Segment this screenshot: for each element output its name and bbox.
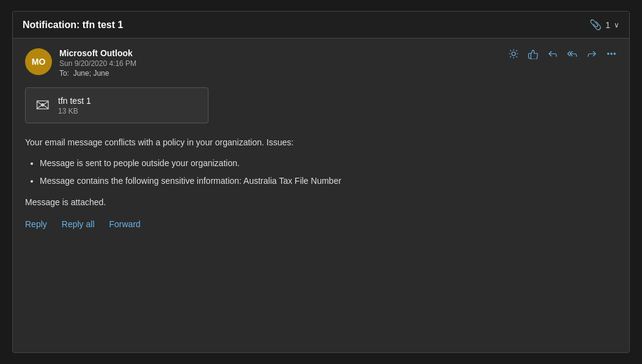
svg-point-9 — [608, 53, 609, 54]
svg-point-10 — [611, 53, 612, 54]
sender-left: MO Microsoft Outlook Sun 9/20/2020 4:16 … — [25, 48, 136, 78]
sender-info: Microsoft Outlook Sun 9/20/2020 4:16 PM … — [59, 48, 136, 78]
panel-header-right: 📎 1 ∨ — [589, 19, 619, 31]
message-body: Your email message conflicts with a poli… — [25, 136, 617, 187]
attachment-icon: 📎 — [589, 19, 602, 31]
like-icon[interactable] — [528, 48, 539, 59]
forward-icon[interactable] — [586, 48, 597, 59]
more-options-icon[interactable] — [606, 48, 617, 59]
panel-header: Notification: tfn test 1 📎 1 ∨ — [13, 12, 629, 38]
brightness-icon[interactable] — [508, 48, 519, 59]
panel-title: Notification: tfn test 1 — [23, 20, 123, 31]
attachment-count: 1 — [605, 20, 610, 30]
reply-icon[interactable] — [547, 48, 558, 59]
email-panel: Notification: tfn test 1 📎 1 ∨ MO Micros… — [12, 11, 630, 353]
sender-row: MO Microsoft Outlook Sun 9/20/2020 4:16 … — [25, 48, 617, 78]
attachment-name: tfn test 1 — [58, 96, 91, 106]
svg-line-6 — [516, 56, 517, 57]
email-body: MO Microsoft Outlook Sun 9/20/2020 4:16 … — [13, 38, 629, 352]
svg-line-8 — [510, 56, 511, 57]
sender-date: Sun 9/20/2020 4:16 PM — [59, 59, 136, 68]
forward-button[interactable]: Forward — [109, 219, 141, 229]
svg-line-5 — [510, 50, 511, 51]
chevron-down-icon[interactable]: ∨ — [614, 21, 619, 29]
body-intro: Your email message conflicts with a poli… — [25, 136, 617, 149]
to-label: To: — [59, 69, 69, 78]
action-links: Reply Reply all Forward — [25, 219, 617, 229]
email-toolbar — [508, 48, 617, 59]
to-recipients: June; June — [73, 69, 109, 78]
avatar: MO — [25, 48, 52, 75]
sender-to: To: June; June — [59, 69, 136, 78]
envelope-icon: ✉ — [35, 95, 50, 115]
reply-all-button[interactable]: Reply all — [62, 219, 95, 229]
svg-point-11 — [614, 53, 615, 54]
attachment-details: tfn test 1 13 KB — [58, 96, 91, 115]
svg-point-0 — [512, 52, 515, 56]
reply-all-icon[interactable] — [567, 48, 578, 59]
reply-button[interactable]: Reply — [25, 219, 47, 229]
issue-item-2: Message contains the following sensitive… — [40, 174, 617, 187]
message-attached: Message is attached. — [25, 197, 617, 207]
issues-list: Message is sent to people outside your o… — [40, 156, 617, 187]
sender-name: Microsoft Outlook — [59, 48, 136, 58]
issue-item-1: Message is sent to people outside your o… — [40, 156, 617, 170]
svg-line-7 — [516, 50, 517, 51]
attachment-size: 13 KB — [58, 107, 91, 115]
attachment-card[interactable]: ✉ tfn test 1 13 KB — [25, 87, 208, 123]
